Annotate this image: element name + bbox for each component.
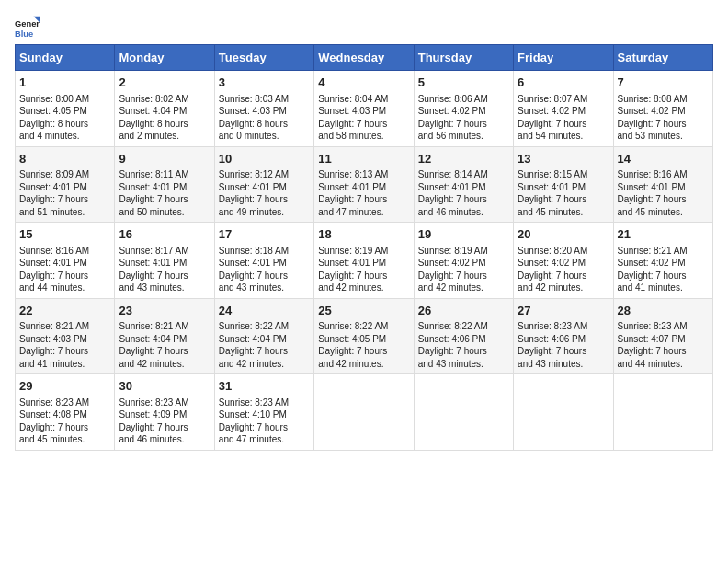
cell-line: and 43 minutes. bbox=[219, 282, 310, 294]
cell-line: and 56 minutes. bbox=[418, 130, 509, 143]
svg-text:Blue: Blue bbox=[15, 29, 33, 39]
week-row-5: 29Sunrise: 8:23 AMSunset: 4:08 PMDayligh… bbox=[16, 374, 713, 451]
cell-line: Sunrise: 8:17 AM bbox=[119, 245, 210, 258]
logo-icon: General Blue bbox=[15, 15, 40, 40]
calendar-cell: 14Sunrise: 8:16 AMSunset: 4:01 PMDayligh… bbox=[613, 146, 712, 223]
day-number: 10 bbox=[219, 151, 310, 167]
calendar-cell: 21Sunrise: 8:21 AMSunset: 4:02 PMDayligh… bbox=[613, 223, 712, 299]
day-number: 16 bbox=[119, 226, 210, 243]
calendar-cell: 31Sunrise: 8:23 AMSunset: 4:10 PMDayligh… bbox=[214, 374, 313, 451]
calendar-cell: 20Sunrise: 8:20 AMSunset: 4:02 PMDayligh… bbox=[514, 223, 613, 299]
cell-line: and 45 minutes. bbox=[618, 206, 709, 219]
cell-line: and 58 minutes. bbox=[318, 130, 409, 143]
calendar-cell bbox=[613, 374, 712, 451]
cell-line: Daylight: 7 hours bbox=[518, 270, 609, 282]
cell-line: and 43 minutes. bbox=[418, 358, 509, 371]
cell-line: Sunrise: 8:23 AM bbox=[19, 396, 110, 409]
day-number: 21 bbox=[618, 226, 709, 243]
cell-line: Sunrise: 8:12 AM bbox=[219, 168, 310, 181]
cell-line: Sunset: 4:02 PM bbox=[518, 257, 609, 270]
cell-line: Sunset: 4:04 PM bbox=[219, 333, 310, 346]
day-number: 28 bbox=[618, 303, 709, 319]
calendar-cell bbox=[314, 374, 414, 451]
cell-line: Sunset: 4:03 PM bbox=[219, 105, 310, 118]
day-number: 14 bbox=[618, 151, 709, 167]
day-number: 25 bbox=[318, 303, 409, 319]
cell-line: and 44 minutes. bbox=[19, 282, 110, 294]
cell-line: Sunrise: 8:23 AM bbox=[518, 320, 609, 333]
day-number: 29 bbox=[19, 378, 110, 395]
cell-line: Sunset: 4:06 PM bbox=[518, 333, 609, 346]
day-number: 19 bbox=[418, 226, 509, 243]
cell-line: Sunrise: 8:08 AM bbox=[618, 93, 709, 106]
cell-line: Sunrise: 8:13 AM bbox=[318, 168, 409, 181]
cell-line: Sunrise: 8:23 AM bbox=[618, 320, 709, 333]
calendar-cell: 1Sunrise: 8:00 AMSunset: 4:05 PMDaylight… bbox=[16, 71, 115, 147]
cell-line: Sunrise: 8:11 AM bbox=[119, 168, 210, 181]
calendar-cell: 4Sunrise: 8:04 AMSunset: 4:03 PMDaylight… bbox=[314, 71, 414, 147]
cell-line: Sunset: 4:02 PM bbox=[518, 105, 609, 118]
logo: General Blue bbox=[15, 15, 40, 40]
calendar-cell: 2Sunrise: 8:02 AMSunset: 4:04 PMDaylight… bbox=[115, 71, 214, 147]
day-number: 24 bbox=[219, 303, 310, 319]
cell-line: Daylight: 7 hours bbox=[19, 193, 110, 206]
day-number: 4 bbox=[318, 75, 409, 91]
day-number: 11 bbox=[318, 151, 409, 167]
cell-line: Daylight: 7 hours bbox=[19, 345, 110, 358]
cell-line: Sunset: 4:01 PM bbox=[318, 257, 409, 270]
cell-line: and 46 minutes. bbox=[119, 433, 210, 446]
cell-line: and 41 minutes. bbox=[19, 358, 110, 371]
cell-line: Daylight: 7 hours bbox=[219, 193, 310, 206]
cell-line: and 44 minutes. bbox=[618, 358, 709, 371]
calendar-cell: 19Sunrise: 8:19 AMSunset: 4:02 PMDayligh… bbox=[414, 223, 513, 299]
cell-line: Sunset: 4:06 PM bbox=[418, 333, 509, 346]
cell-line: Daylight: 7 hours bbox=[119, 193, 210, 206]
day-number: 3 bbox=[219, 75, 310, 91]
calendar-cell: 17Sunrise: 8:18 AMSunset: 4:01 PMDayligh… bbox=[214, 223, 313, 299]
cell-line: Daylight: 7 hours bbox=[318, 118, 409, 131]
cell-line: and 42 minutes. bbox=[318, 358, 409, 371]
cell-line: and 45 minutes. bbox=[19, 433, 110, 446]
cell-line: Sunset: 4:04 PM bbox=[119, 105, 210, 118]
calendar-cell: 12Sunrise: 8:14 AMSunset: 4:01 PMDayligh… bbox=[414, 146, 513, 223]
cell-line: and 51 minutes. bbox=[19, 206, 110, 219]
cell-line: Sunset: 4:07 PM bbox=[618, 333, 709, 346]
cell-line: and 0 minutes. bbox=[219, 130, 310, 143]
cell-line: Sunset: 4:04 PM bbox=[119, 333, 210, 346]
svg-text:General: General bbox=[15, 19, 40, 29]
cell-line: Daylight: 7 hours bbox=[318, 270, 409, 282]
calendar-cell: 18Sunrise: 8:19 AMSunset: 4:01 PMDayligh… bbox=[314, 223, 414, 299]
col-header-tuesday: Tuesday bbox=[214, 45, 313, 71]
cell-line: Sunset: 4:01 PM bbox=[119, 257, 210, 270]
calendar-cell: 30Sunrise: 8:23 AMSunset: 4:09 PMDayligh… bbox=[115, 374, 214, 451]
cell-line: Daylight: 7 hours bbox=[219, 345, 310, 358]
col-header-monday: Monday bbox=[115, 45, 214, 71]
cell-line: Sunset: 4:01 PM bbox=[318, 181, 409, 194]
cell-line: Daylight: 7 hours bbox=[119, 345, 210, 358]
cell-line: Daylight: 7 hours bbox=[318, 345, 409, 358]
cell-line: Sunset: 4:01 PM bbox=[518, 181, 609, 194]
week-row-2: 8Sunrise: 8:09 AMSunset: 4:01 PMDaylight… bbox=[16, 146, 713, 223]
cell-line: and 49 minutes. bbox=[219, 206, 310, 219]
calendar-cell: 11Sunrise: 8:13 AMSunset: 4:01 PMDayligh… bbox=[314, 146, 414, 223]
cell-line: Daylight: 7 hours bbox=[219, 270, 310, 282]
calendar-header-row: SundayMondayTuesdayWednesdayThursdayFrid… bbox=[16, 45, 713, 71]
calendar-cell: 5Sunrise: 8:06 AMSunset: 4:02 PMDaylight… bbox=[414, 71, 513, 147]
cell-line: Sunrise: 8:22 AM bbox=[219, 320, 310, 333]
week-row-4: 22Sunrise: 8:21 AMSunset: 4:03 PMDayligh… bbox=[16, 298, 713, 374]
week-row-1: 1Sunrise: 8:00 AMSunset: 4:05 PMDaylight… bbox=[16, 71, 713, 147]
cell-line: and 42 minutes. bbox=[518, 282, 609, 294]
day-number: 15 bbox=[19, 226, 110, 243]
calendar-cell: 29Sunrise: 8:23 AMSunset: 4:08 PMDayligh… bbox=[16, 374, 115, 451]
cell-line: Sunrise: 8:22 AM bbox=[418, 320, 509, 333]
cell-line: Sunset: 4:09 PM bbox=[119, 408, 210, 421]
cell-line: Sunrise: 8:20 AM bbox=[518, 245, 609, 258]
day-number: 30 bbox=[119, 378, 210, 395]
cell-line: Daylight: 7 hours bbox=[518, 118, 609, 131]
calendar-cell: 27Sunrise: 8:23 AMSunset: 4:06 PMDayligh… bbox=[514, 298, 613, 374]
cell-line: Sunrise: 8:21 AM bbox=[19, 320, 110, 333]
cell-line: Sunset: 4:02 PM bbox=[618, 105, 709, 118]
calendar-cell: 10Sunrise: 8:12 AMSunset: 4:01 PMDayligh… bbox=[214, 146, 313, 223]
cell-line: Sunrise: 8:21 AM bbox=[119, 320, 210, 333]
calendar-cell: 25Sunrise: 8:22 AMSunset: 4:05 PMDayligh… bbox=[314, 298, 414, 374]
